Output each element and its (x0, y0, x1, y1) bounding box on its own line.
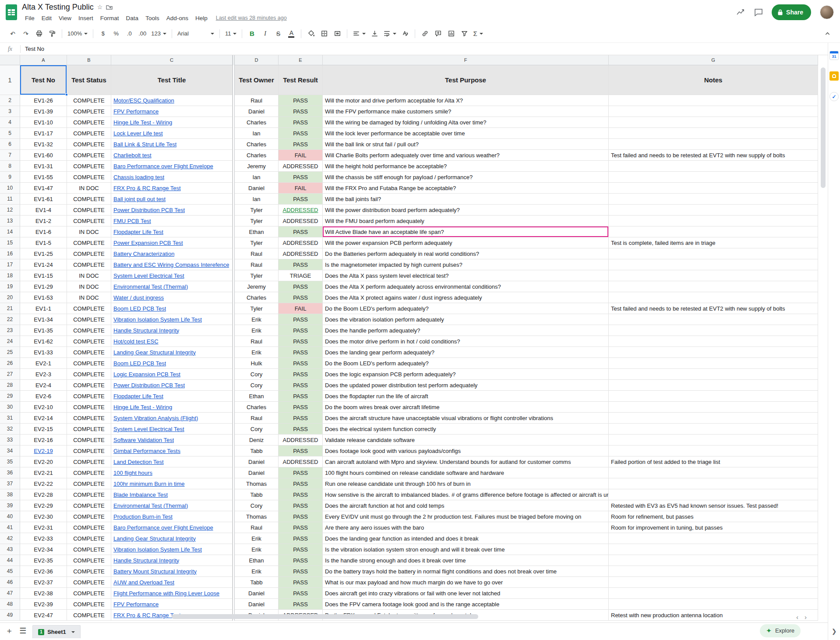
header-test-title[interactable]: Test Title (111, 65, 233, 95)
cell-test-title[interactable]: Charliebolt test (111, 150, 233, 161)
cell-test-result[interactable]: PASS (279, 172, 323, 183)
cell-test-purpose[interactable]: Will Active Blade have an acceptable lif… (323, 226, 609, 237)
cell-test-purpose[interactable]: Do the boom wires break over aircraft li… (323, 402, 609, 413)
cell-notes[interactable] (609, 402, 818, 413)
cell-test-purpose[interactable]: Will the FPV performance make customers … (323, 106, 609, 117)
hide-side-panel-icon[interactable]: ❯ (832, 628, 837, 635)
row-header[interactable]: 47 (0, 588, 20, 599)
cell-test-no[interactable]: EV2-33 (20, 533, 67, 544)
cell-test-no[interactable]: EV2-28 (20, 489, 67, 500)
cell-test-purpose[interactable]: Does the electrical system function corr… (323, 424, 609, 435)
cell-test-owner[interactable]: Thomas (235, 478, 279, 489)
row-header[interactable]: 17 (0, 259, 20, 270)
cell-test-no[interactable]: EV2-3 (20, 369, 67, 380)
row-header[interactable]: 35 (0, 456, 20, 467)
menu-tools[interactable]: Tools (142, 14, 162, 22)
cell-notes[interactable] (609, 336, 818, 347)
cell-notes[interactable] (609, 259, 818, 270)
cell-test-purpose[interactable]: Is the magnetometer impacted by high cur… (323, 259, 609, 270)
cell-notes[interactable] (609, 478, 818, 489)
row-header[interactable]: 25 (0, 347, 20, 358)
cell-test-no[interactable]: EV2-38 (20, 588, 67, 599)
cell-test-status[interactable]: COMPLETE (67, 566, 111, 577)
cell-test-result[interactable]: PASS (279, 588, 323, 599)
text-color-button[interactable]: A (286, 28, 297, 39)
cell-test-result[interactable]: PASS (279, 95, 323, 106)
cell-test-owner[interactable]: Tabb (235, 577, 279, 588)
vertical-align-button[interactable] (369, 28, 380, 39)
cell-test-owner[interactable]: Raul (235, 413, 279, 424)
horizontal-scrollbar[interactable] (172, 614, 478, 619)
cell-test-no[interactable]: EV2-47 (20, 610, 67, 621)
cell-test-owner[interactable]: Daniel (235, 588, 279, 599)
cell-test-title[interactable]: Flight Performance with Ring Lever Loose (111, 588, 233, 599)
cell-test-no[interactable]: EV1-5 (20, 237, 67, 248)
cell-test-status[interactable]: COMPLETE (67, 577, 111, 588)
cell-test-result[interactable]: PASS (279, 226, 323, 237)
cell-test-status[interactable]: COMPLETE (67, 555, 111, 566)
cell-test-no[interactable]: EV2-34 (20, 544, 67, 555)
cell-notes[interactable] (609, 281, 818, 292)
cell-test-result[interactable]: PASS (279, 555, 323, 566)
cell-test-result[interactable]: PASS (279, 478, 323, 489)
italic-button[interactable]: I (259, 28, 271, 39)
cell-test-status[interactable]: COMPLETE (67, 435, 111, 446)
cell-test-title[interactable]: Hinge Life Test - Wiring (111, 117, 233, 128)
row-header[interactable]: 34 (0, 446, 20, 456)
select-all-corner[interactable] (0, 55, 20, 65)
cell-test-status[interactable]: COMPLETE (67, 467, 111, 478)
filter-icon[interactable] (459, 28, 470, 39)
cell-test-result[interactable]: PASS (279, 544, 323, 555)
cell-test-status[interactable]: COMPLETE (67, 117, 111, 128)
cell-notes[interactable] (609, 216, 818, 226)
row-header[interactable]: 21 (0, 303, 20, 314)
cell-test-owner[interactable]: Daniel (235, 106, 279, 117)
column-header-f[interactable]: F (323, 55, 609, 65)
last-edit-link[interactable]: Last edit was 28 minutes ago (216, 15, 287, 21)
cell-test-result[interactable]: PASS (279, 358, 323, 369)
test-title-link[interactable]: Environmental Test (Thermal) (113, 283, 188, 290)
cell-test-status[interactable]: COMPLETE (67, 161, 111, 172)
cell-test-status[interactable]: COMPLETE (67, 588, 111, 599)
collapse-toolbar-icon[interactable] (822, 28, 833, 39)
cell-test-purpose[interactable]: Does the handle perform adequately? (323, 325, 609, 336)
row-header[interactable]: 10 (0, 183, 20, 194)
currency-format-button[interactable]: $ (97, 28, 109, 39)
cell-test-result[interactable]: PASS (279, 446, 323, 456)
cell-test-result[interactable]: PASS (279, 533, 323, 544)
test-title-link[interactable]: Flopdapter Life Test (113, 393, 163, 400)
cell-test-result[interactable]: PASS (279, 577, 323, 588)
redo-icon[interactable]: ↷ (20, 28, 32, 39)
cell-test-no[interactable]: EV1-10 (20, 117, 67, 128)
cell-test-no[interactable]: EV2-1 (20, 358, 67, 369)
row-header[interactable]: 9 (0, 172, 20, 183)
cell-notes[interactable] (609, 588, 818, 599)
cell-test-result[interactable]: ADDRESSED (279, 456, 323, 467)
cell-test-result[interactable]: PASS (279, 117, 323, 128)
cell-notes[interactable] (609, 369, 818, 380)
cell-notes[interactable] (609, 194, 818, 205)
test-title-link[interactable]: FPV Performance (113, 108, 159, 115)
cell-test-no[interactable]: EV1-34 (20, 314, 67, 325)
test-title-link[interactable]: Vibration Isolation System Life Test (113, 316, 202, 323)
cell-test-result[interactable]: FAIL (279, 303, 323, 314)
cell-test-status[interactable]: COMPLETE (67, 205, 111, 216)
test-title-link[interactable]: Baro Performance over Flight Envelope (113, 524, 213, 531)
column-header-c[interactable]: C (111, 55, 233, 65)
test-title-link[interactable]: AUW and Overload Test (113, 579, 174, 586)
cell-test-owner[interactable]: Tyler (235, 216, 279, 226)
cell-test-owner[interactable]: Raul (235, 336, 279, 347)
insert-link-icon[interactable] (419, 28, 431, 39)
cell-test-owner[interactable]: Charles (235, 150, 279, 161)
cell-test-status[interactable]: COMPLETE (67, 533, 111, 544)
test-title-link[interactable]: Logic Expansion PCB Test (113, 371, 180, 378)
column-header-g[interactable]: G (609, 55, 818, 65)
cell-test-title[interactable]: System Level Electrical Test (111, 424, 233, 435)
cell-test-status[interactable]: COMPLETE (67, 325, 111, 336)
number-format-select[interactable]: 123 (150, 28, 168, 39)
test-title-link[interactable]: Charliebolt test (113, 152, 152, 159)
borders-button[interactable] (318, 28, 330, 39)
row-header[interactable]: 43 (0, 544, 20, 555)
cell-test-result[interactable]: ADDRESSED (279, 205, 323, 216)
cell-test-status[interactable]: COMPLETE (67, 150, 111, 161)
